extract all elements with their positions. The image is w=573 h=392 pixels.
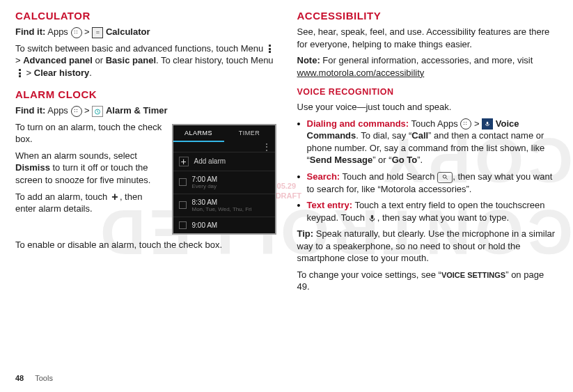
tip-body: Speak naturally, but clearly. Use the mi… [297,228,556,263]
tip-label: Tip: [297,228,314,239]
alarm-checkbox[interactable] [179,221,187,229]
b1-i: ”. [417,155,423,165]
note-body: For general information, accessories, an… [322,55,533,65]
calculator-app-icon: = [92,27,103,38]
alarm-find-it: Find it: Apps > Alarm & Timer [15,104,276,117]
tab-alarms[interactable]: ALARMS [173,125,224,142]
calculator-heading: Calculator [15,10,276,22]
page-number: 48 [15,374,24,382]
calc-body-e: . To clear history, touch Menu [156,55,274,65]
find-it-apps-word: Apps [47,26,68,37]
vs-a: To change your voice settings, see “ [297,269,441,280]
microphone-icon [368,213,377,223]
section-name: Tools [35,374,53,382]
alarm-p2a: When an alarm sounds, select [15,150,137,161]
voice-bullet-list: Dialing and commands: Touch Apps > Voice… [297,118,558,224]
search-head: Search: [307,171,340,182]
b1-g: ” or “ [372,155,391,165]
alarm-repeat: Mon, Tue, Wed, Thu, Fri [192,206,252,212]
call-word: Call [411,130,428,141]
list-item: Dialing and commands: Touch Apps > Voice… [297,118,558,166]
add-alarm-row[interactable]: + Add alarm [173,152,275,171]
send-message-word: Send Message [310,155,372,165]
find-it-calculator-word: Calculator [106,26,150,37]
apps-icon [71,27,82,38]
tab-timer[interactable]: TIMER [224,125,275,142]
svg-point-2 [443,175,446,178]
b1-c: . To dial, say “ [356,130,411,141]
alarm-app-icon [92,106,103,117]
search-key-icon [437,172,453,183]
alarm-row[interactable]: 7:00 AM Every day [173,171,275,194]
dialing-commands-head: Dialing and commands: [307,118,409,129]
alarm-tabs: ALARMS TIMER [173,125,275,142]
menu-icon [15,68,24,78]
clear-history-label: Clear history [34,68,89,78]
calc-or: or [95,55,104,65]
alarm-checkbox[interactable] [179,178,187,186]
alarm-row[interactable]: 9:00 AM [173,217,275,233]
alarm-screenshot: ALARMS TIMER ⋮ + Add alarm 7:00 AM Every… [172,124,276,235]
alarm-p4: To enable or disable an alarm, touch the… [15,239,276,251]
find-it-apps-word: Apps [47,105,68,116]
calculator-find-it: Find it: Apps > = Calculator [15,26,276,38]
find-it-label: Find it: [15,26,45,37]
voice-recognition-heading: Voice Recognition [297,87,558,97]
accessibility-heading: Accessibility [297,10,558,22]
accessibility-link[interactable]: www.motorola.com/accessibility [297,68,425,78]
alarm-time: 8:30 AM [192,198,252,206]
go-to-word: Go To [392,155,418,165]
apps-icon [71,106,82,117]
voice-settings-ref: To change your voice settings, see “Voic… [297,269,558,293]
note-label: Note: [297,55,320,65]
voice-commands-app-icon [482,118,493,130]
svg-rect-3 [371,214,373,219]
alarm-p3a: To add an alarm, touch [15,191,107,202]
plus-icon: + [110,192,120,202]
b2-a: Touch and hold Search [343,171,435,182]
advanced-panel-label: Advanced panel [23,55,93,65]
alarm-time: 7:00 AM [192,175,218,183]
b1-a: Touch Apps [411,118,458,129]
calculator-body: To switch between basic and advanced fun… [15,42,276,79]
calc-body-g: . [89,68,92,78]
list-item: Search: Touch and hold Search , then say… [297,171,558,195]
plus-icon: + [179,157,189,166]
calc-body-a: To switch between basic and advanced fun… [15,43,263,54]
basic-panel-label: Basic panel [106,55,156,65]
find-it-label: Find it: [15,105,45,116]
alarm-time: 9:00 AM [192,221,218,229]
page-footer: 48 Tools [15,374,53,382]
add-alarm-label: Add alarm [194,157,226,165]
text-entry-head: Text entry: [307,200,353,210]
voice-tip: Tip: Speak naturally, but clearly. Use t… [297,228,558,265]
svg-rect-1 [487,122,489,125]
apps-icon [460,118,471,130]
accessibility-p1: See, hear, speak, feel, and use. Accessi… [297,26,558,50]
alarm-clock-heading: Alarm Clock [15,88,276,100]
overflow-menu-icon[interactable]: ⋮ [173,142,275,152]
alarm-repeat: Every day [192,183,218,189]
right-column: Accessibility See, hear, speak, feel, an… [297,7,558,297]
voice-p1: Use your voice—just touch and speak. [297,101,558,113]
menu-icon [266,44,274,54]
b3-b: , then say what you want to type. [377,212,509,223]
accessibility-note: Note: For general information, accessori… [297,54,558,79]
alarm-checkbox[interactable] [179,201,187,209]
alarm-row[interactable]: 8:30 AM Mon, Tue, Wed, Thu, Fri [173,194,275,217]
left-column: Calculator Find it: Apps > = Calculator … [15,7,276,297]
list-item: Text entry: Touch a text entry field to … [297,199,558,224]
find-it-alarm-word: Alarm & Timer [106,105,168,116]
dismiss-label: Dismiss [15,162,50,173]
voice-settings-label: Voice settings [441,271,505,279]
